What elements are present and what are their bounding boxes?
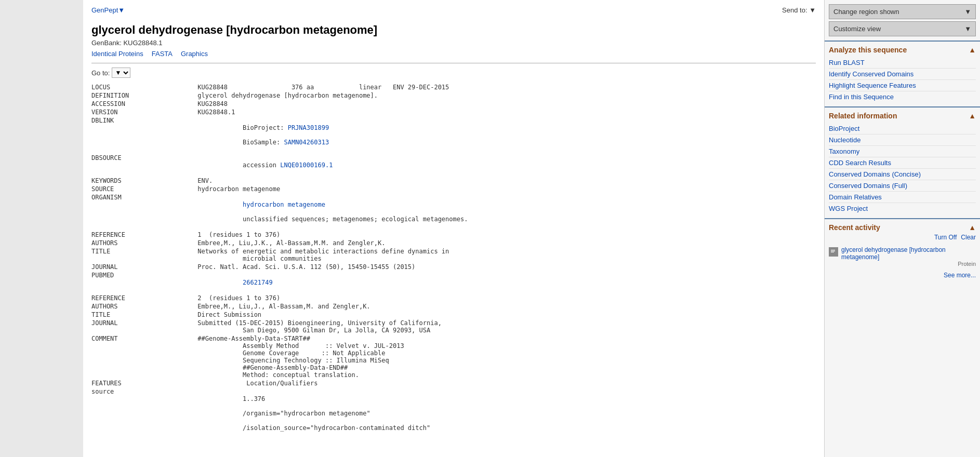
organism-link[interactable]: hydrocarbon metagenome (243, 201, 325, 208)
main-content: GenPept▼ Send to: ▼ glycerol dehydrogena… (83, 0, 824, 457)
cdd-search-results-link[interactable]: CDD Search Results (829, 157, 976, 169)
source-range: 1..376 (243, 395, 265, 402)
comment-value: ##Genome-Assembly-Data-START## Assembly … (197, 334, 816, 379)
fasta-link[interactable]: FASTA (152, 50, 173, 58)
genbank-id: GenBank: KUG28848.1 (91, 39, 816, 47)
wgs-project-link[interactable]: WGS Project (829, 203, 976, 214)
features-source-field: source (91, 387, 197, 439)
page-title: glycerol dehydrogenase [hydrocarbon meta… (91, 23, 816, 37)
title2-field: TITLE (91, 311, 197, 319)
analyze-section: Analyze this sequence ▲ Run BLAST Identi… (825, 42, 980, 106)
find-in-sequence-link[interactable]: Find in this Sequence (829, 91, 976, 102)
source-field: SOURCE (91, 185, 197, 193)
bioproject-related-link[interactable]: BioProject (829, 123, 976, 135)
title1-row: TITLE Networks of energetic and metaboli… (91, 247, 816, 263)
genpept-arrow: ▼ (118, 6, 125, 14)
links-row: Identical Proteins FASTA Graphics (91, 50, 816, 58)
related-collapse-icon[interactable]: ▲ (969, 112, 976, 120)
recent-item-icon (829, 247, 838, 257)
title2-row: TITLE Direct Submission (91, 311, 816, 319)
recent-controls: Turn Off Clear (829, 234, 976, 241)
locus-value: KUG28848 376 aa linear ENV 29-DEC-2015 (197, 83, 816, 91)
recent-item-badge: Protein (841, 261, 976, 267)
accession-row: ACCESSION KUG28848 (91, 100, 816, 108)
authors1-row: AUTHORS Embree,M., Liu,J.K., Al-Bassam,M… (91, 239, 816, 247)
recent-item: glycerol dehydrogenase [hydrocarbon meta… (829, 244, 976, 269)
sidebar-top: Change region shown ▼ Customize view ▼ (825, 0, 980, 41)
biosample-link[interactable]: SAMN04260313 (284, 139, 329, 146)
svg-rect-1 (831, 250, 835, 250)
bioproject-link[interactable]: PRJNA301899 (288, 124, 329, 131)
analyze-title: Analyze this sequence ▲ (829, 46, 976, 54)
version-row: VERSION KUG28848.1 (91, 108, 816, 116)
organism-field: ORGANISM (91, 193, 197, 231)
dblink-field: DBLINK (91, 116, 197, 154)
analyze-collapse-icon[interactable]: ▲ (969, 46, 976, 54)
run-blast-link[interactable]: Run BLAST (829, 57, 976, 69)
locus-row: LOCUS KUG28848 376 aa linear ENV 29-DEC-… (91, 83, 816, 91)
send-to-button[interactable]: Send to: ▼ (782, 6, 816, 14)
journal1-row: JOURNAL Proc. Natl. Acad. Sci. U.S.A. 11… (91, 263, 816, 271)
journal1-value: Proc. Natl. Acad. Sci. U.S.A. 112 (50), … (197, 263, 816, 271)
dbsource-field: DBSOURCE (91, 154, 197, 177)
see-more-link[interactable]: See more... (944, 272, 976, 279)
journal2-row: JOURNAL Submitted (15-DEC-2015) Bioengin… (91, 319, 816, 334)
recent-item-title[interactable]: glycerol dehydrogenase [hydrocarbon meta… (841, 246, 976, 261)
biosample-label: BioSample: (243, 139, 280, 146)
reference1-field: REFERENCE (91, 231, 197, 239)
related-title-text: Related information (829, 112, 897, 120)
goto-row: Go to: ▼ (91, 68, 816, 78)
turn-off-link[interactable]: Turn Off (934, 234, 957, 241)
genpept-link[interactable]: GenPept▼ (91, 6, 125, 14)
clear-link[interactable]: Clear (961, 234, 976, 241)
keywords-value: ENV. (197, 177, 816, 185)
pubmed1-row: PUBMED 26621749 (91, 271, 816, 294)
dbsource-text: accession (243, 162, 280, 169)
reference1-row: REFERENCE 1 (residues 1 to 376) (91, 231, 816, 239)
reference2-field: REFERENCE (91, 294, 197, 302)
analyze-title-text: Analyze this sequence (829, 46, 907, 54)
highlight-sequence-features-link[interactable]: Highlight Sequence Features (829, 80, 976, 91)
authors1-field: AUTHORS (91, 239, 197, 247)
identify-conserved-domains-link[interactable]: Identify Conserved Domains (829, 69, 976, 80)
send-to-label: Send to: (782, 6, 807, 14)
nucleotide-link[interactable]: Nucleotide (829, 135, 976, 146)
recent-collapse-icon[interactable]: ▲ (969, 223, 976, 232)
taxonomy-link[interactable]: Taxonomy (829, 146, 976, 157)
authors2-row: AUTHORS Embree,M., Liu,J., Al-Bassam,M. … (91, 302, 816, 311)
source-value: hydrocarbon metagenome (197, 185, 816, 193)
features-source-row: source 1..376 /organism="hydrocarbon met… (91, 387, 816, 439)
conserved-domains-concise-link[interactable]: Conserved Domains (Concise) (829, 169, 976, 180)
goto-select[interactable]: ▼ (112, 68, 130, 78)
sequence-table: LOCUS KUG28848 376 aa linear ENV 29-DEC-… (91, 83, 816, 439)
organism-qualifier: /organism="hydrocarbon metagenome" (243, 410, 370, 417)
pubmed1-field: PUBMED (91, 271, 197, 294)
graphics-link[interactable]: Graphics (181, 50, 208, 58)
comment-field: COMMENT (91, 334, 197, 379)
pubmed1-link[interactable]: 26621749 (243, 279, 273, 286)
version-value: KUG28848.1 (197, 108, 816, 116)
recent-item-text: glycerol dehydrogenase [hydrocarbon meta… (841, 246, 976, 267)
title1-value: Networks of energetic and metabolic inte… (197, 247, 816, 263)
comment-row: COMMENT ##Genome-Assembly-Data-START## A… (91, 334, 816, 379)
definition-value: glycerol dehydrogenase [hydrocarbon meta… (197, 91, 816, 100)
journal2-field: JOURNAL (91, 319, 197, 334)
dblink-value: BioProject: PRJNA301899 BioSample: SAMN0… (197, 116, 816, 154)
title1-field: TITLE (91, 247, 197, 263)
conserved-domains-full-link[interactable]: Conserved Domains (Full) (829, 180, 976, 192)
customize-view-bar[interactable]: Customize view ▼ (829, 21, 976, 36)
identical-proteins-link[interactable]: Identical Proteins (91, 50, 143, 58)
reference2-value: 2 (residues 1 to 376) (197, 294, 816, 302)
right-sidebar: Change region shown ▼ Customize view ▼ A… (824, 0, 980, 457)
version-field: VERSION (91, 108, 197, 116)
organism-subvalue: unclassified sequences; metagenomes; eco… (243, 216, 468, 223)
accession-value: KUG28848 (197, 100, 816, 108)
keywords-row: KEYWORDS ENV. (91, 177, 816, 185)
change-region-label: Change region shown (833, 8, 899, 16)
change-region-arrow-icon: ▼ (964, 8, 971, 16)
domain-relatives-link[interactable]: Domain Relatives (829, 192, 976, 203)
change-region-bar[interactable]: Change region shown ▼ (829, 4, 976, 19)
related-title: Related information ▲ (829, 112, 976, 120)
dbsource-link[interactable]: LNQE01000169.1 (280, 162, 333, 169)
svg-rect-2 (831, 251, 835, 251)
